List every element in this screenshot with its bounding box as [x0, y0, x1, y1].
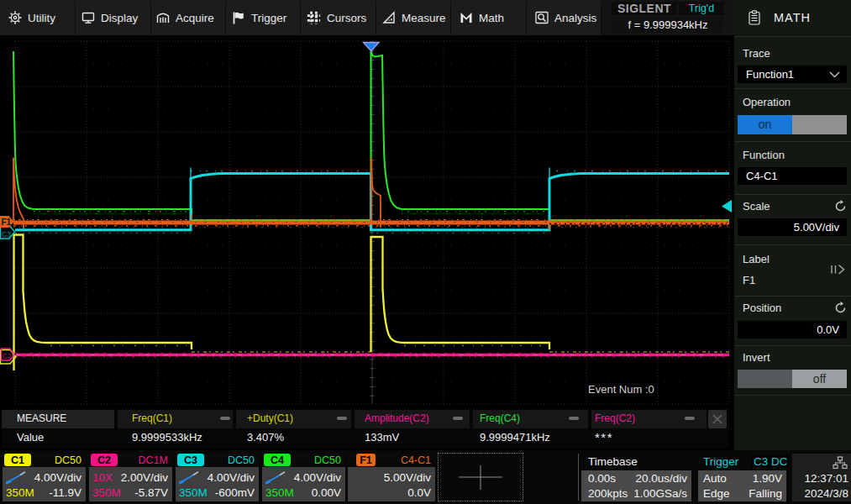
svg-text:C3: C3	[2, 230, 11, 239]
svg-text:C2: C2	[3, 352, 13, 360]
svg-text:F1: F1	[2, 218, 12, 227]
